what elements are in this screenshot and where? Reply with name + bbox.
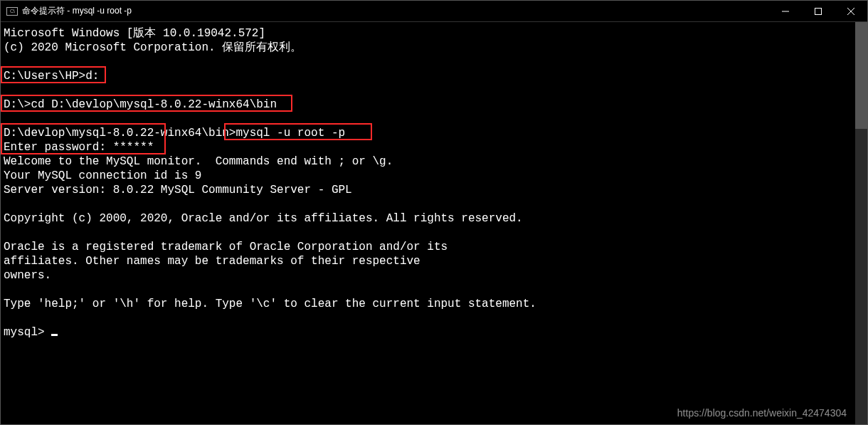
- window-title: 命令提示符 - mysql -u root -p: [22, 5, 132, 17]
- line: Enter password: ******: [4, 141, 154, 154]
- line: Type 'help;' or '\h' for help. Type '\c'…: [4, 298, 536, 310]
- prompt-line: mysql>: [4, 326, 58, 339]
- watermark: https://blog.csdn.net/weixin_42474304: [677, 407, 847, 419]
- scrollbar-track[interactable]: [855, 22, 867, 424]
- line: Your MySQL connection id is 9: [4, 169, 201, 182]
- maximize-icon: [815, 8, 822, 15]
- window-body: Microsoft Windows [版本 10.0.19042.572] (c…: [1, 22, 867, 424]
- cursor: [51, 334, 58, 336]
- maximize-button[interactable]: [802, 1, 835, 22]
- line: Server version: 8.0.22 MySQL Community S…: [4, 184, 352, 196]
- line: affiliates. Other names may be trademark…: [4, 255, 420, 268]
- line: (c) 2020 Microsoft Corporation. 保留所有权利。: [4, 41, 302, 54]
- svg-rect-1: [815, 8, 822, 14]
- cmd-icon: C:\: [6, 7, 18, 16]
- command-prompt-window: C:\ 命令提示符 - mysql -u root -p Microsoft W…: [0, 0, 868, 425]
- line: Microsoft Windows [版本 10.0.19042.572]: [4, 27, 265, 40]
- line: C:\Users\HP>d:: [4, 70, 99, 83]
- line: D:\devlop\mysql-8.0.22-winx64\bin>mysql …: [4, 127, 345, 140]
- line: D:\>cd D:\devlop\mysql-8.0.22-winx64\bin: [4, 98, 277, 111]
- minimize-button[interactable]: [769, 1, 802, 22]
- titlebar[interactable]: C:\ 命令提示符 - mysql -u root -p: [1, 1, 867, 22]
- terminal-area[interactable]: Microsoft Windows [版本 10.0.19042.572] (c…: [1, 22, 855, 424]
- line: Copyright (c) 2000, 2020, Oracle and/or …: [4, 212, 523, 225]
- close-icon: [847, 8, 854, 15]
- line: Welcome to the MySQL monitor. Commands e…: [4, 155, 393, 168]
- line: owners.: [4, 269, 51, 282]
- close-button[interactable]: [835, 1, 867, 22]
- scrollbar-thumb[interactable]: [855, 22, 867, 129]
- minimize-icon: [782, 8, 789, 15]
- terminal-output: Microsoft Windows [版本 10.0.19042.572] (c…: [4, 26, 852, 340]
- vertical-scrollbar[interactable]: [855, 22, 867, 424]
- line: Oracle is a registered trademark of Orac…: [4, 241, 448, 253]
